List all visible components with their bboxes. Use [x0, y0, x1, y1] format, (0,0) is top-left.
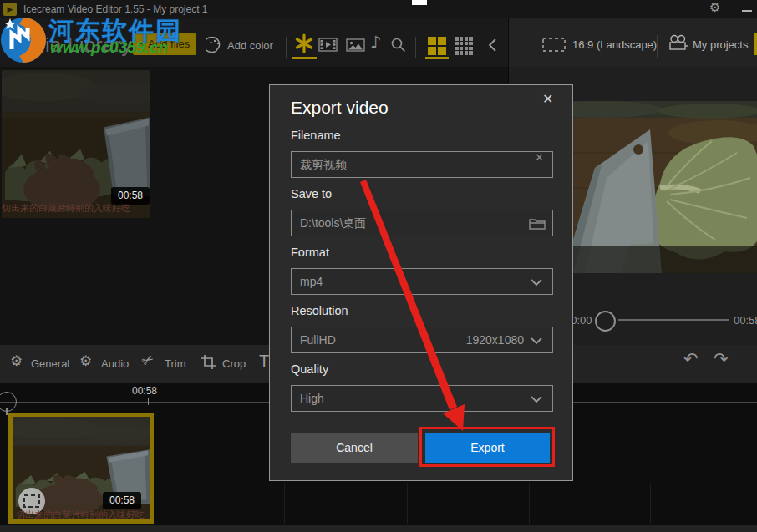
preview-frame-image: [551, 101, 757, 273]
timeline-gridline: [284, 483, 285, 524]
aspect-ratio-button[interactable]: 16:9 (Landscape): [572, 38, 657, 51]
app-window: ▶ Icecream Video Editor 1.55 - My projec…: [0, 0, 757, 532]
watermark-site-url: www.pc0359.cn: [50, 38, 168, 57]
playhead-stem: [6, 408, 8, 415]
filename-input[interactable]: 裁剪视频 ✕: [291, 151, 553, 178]
general-gear-icon[interactable]: ⚙: [10, 354, 23, 368]
folder-icon[interactable]: [529, 217, 546, 230]
save-to-value: D:\tools\桌面: [300, 216, 366, 230]
screenshot-artifact: [412, 0, 427, 5]
quality-select[interactable]: High: [291, 385, 553, 412]
minimize-button[interactable]: [742, 10, 752, 12]
resolution-value: FullHD: [300, 333, 336, 347]
chevron-down-icon: [531, 337, 542, 344]
quality-value: High: [300, 392, 324, 405]
audio-gear-icon[interactable]: ⚙: [79, 354, 92, 368]
seek-track[interactable]: [618, 319, 729, 321]
grid-small-view-icon[interactable]: [455, 37, 473, 55]
audio-files-icon[interactable]: ♪: [370, 34, 381, 52]
resolution-label: Resolution: [291, 304, 348, 317]
burned-in-subtitle: 切出来的白菜片特别的入味好吃: [2, 202, 150, 215]
tool-audio[interactable]: Audio: [101, 357, 129, 370]
timeline-gridline: [407, 483, 408, 524]
separator: [415, 37, 416, 58]
clip-subtitle: 切出来的白菜片特别的入味好吃: [16, 509, 150, 521]
image-files-icon[interactable]: [346, 38, 365, 52]
window-title: Icecream Video Editor 1.55 - My project …: [23, 3, 208, 15]
tool-text-partial[interactable]: T: [259, 352, 269, 371]
seek-knob[interactable]: [595, 311, 616, 332]
watermark-logo: [0, 16, 48, 64]
undo-icon[interactable]: ↶: [683, 351, 699, 368]
video-preview: [551, 101, 757, 273]
resolution-select[interactable]: FullHD 1920x1080: [291, 327, 553, 353]
all-media-asterisk-icon[interactable]: [294, 33, 314, 53]
close-icon[interactable]: ✕: [542, 93, 553, 106]
resolution-detail: 1920x1080: [466, 327, 524, 352]
text-caret: [348, 158, 348, 170]
timeline-gridline: [529, 483, 530, 524]
projector-icon: [668, 34, 689, 51]
active-tab-underline: [292, 57, 317, 59]
format-select[interactable]: mp4: [291, 268, 553, 295]
grid-large-view-icon[interactable]: [428, 37, 446, 55]
separator: [657, 35, 658, 58]
format-value: mp4: [300, 275, 323, 288]
timeline-scroll-track: [0, 525, 757, 532]
chevron-down-icon: [531, 396, 542, 403]
tool-crop[interactable]: Crop: [222, 357, 246, 370]
save-to-label: Save to: [291, 187, 332, 200]
redo-icon[interactable]: ↷: [714, 351, 729, 368]
format-label: Format: [291, 246, 329, 259]
chevron-down-icon: [531, 279, 542, 286]
palette-icon: [206, 37, 224, 53]
filename-label: Filename: [291, 129, 341, 142]
dialog-title: Export video: [291, 98, 389, 118]
save-to-input[interactable]: D:\tools\桌面: [291, 210, 553, 236]
total-duration: 00:58: [734, 314, 757, 327]
add-color-button[interactable]: Add color: [227, 39, 273, 52]
clear-field-icon[interactable]: ✕: [535, 152, 544, 163]
search-icon[interactable]: [390, 37, 407, 53]
app-icon: ▶: [3, 3, 17, 16]
separator: [744, 351, 744, 372]
crop-icon[interactable]: [201, 354, 216, 370]
active-view-underline: [425, 57, 449, 59]
ruler-time-mark: 00:58: [132, 385, 157, 397]
collapse-panel-chevron-icon[interactable]: [488, 38, 497, 53]
ruler-tick: [148, 398, 149, 405]
settings-gear-icon[interactable]: ⚙: [709, 2, 720, 14]
media-thumbnail[interactable]: ✓ 00:58 切出来的白菜片特别的入味好吃: [2, 70, 150, 218]
annotation-highlight-box: [419, 427, 555, 467]
cancel-button[interactable]: Cancel: [291, 433, 418, 463]
video-files-icon[interactable]: [318, 38, 338, 52]
tool-general[interactable]: General: [31, 357, 69, 370]
quality-label: Quality: [291, 362, 328, 376]
aspect-ratio-icon: [542, 38, 566, 52]
timeline-clip[interactable]: 00:58 切出来的白菜片特别的入味好吃: [8, 413, 154, 524]
separator: [286, 37, 287, 58]
export-header-button-partial[interactable]: [754, 33, 757, 55]
clip-duration-badge: 00:58: [103, 492, 141, 509]
export-dialog: Export video ✕ Filename 裁剪视频 ✕ Save to D…: [269, 84, 573, 481]
tool-trim[interactable]: Trim: [165, 357, 186, 370]
timeline-gridline: [650, 483, 651, 524]
filename-value: 裁剪视频: [300, 158, 347, 171]
my-projects-button[interactable]: My projects: [693, 38, 748, 51]
